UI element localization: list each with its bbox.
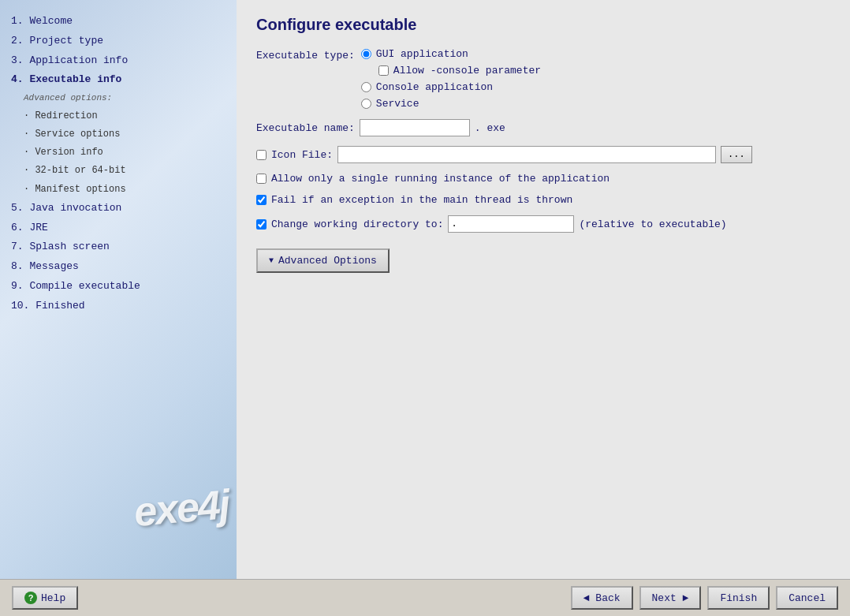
footer: ? Help ◄ Back Next ► Finish Cancel [0, 579, 850, 616]
sidebar-item-splash-screen[interactable]: 7. Splash screen [8, 237, 229, 257]
workdir-input[interactable] [448, 215, 574, 233]
back-button[interactable]: ◄ Back [571, 586, 633, 610]
sidebar-item-project-type[interactable]: 2. Project type [8, 32, 229, 51]
allow-console-row: Allow -console parameter [361, 65, 541, 77]
single-instance-label: Allow only a single running instance of … [271, 173, 610, 185]
console-radio-row: Console application [361, 81, 541, 93]
sidebar-advanced-header: Advanced options: [8, 90, 229, 107]
console-radio[interactable] [361, 82, 371, 92]
sidebar-item-app-info[interactable]: 3. Application info [8, 51, 229, 71]
sidebar-item-compile[interactable]: 9. Compile executable [8, 277, 229, 297]
radio-options: GUI application Allow -console parameter… [361, 48, 541, 110]
sidebar-item-finished[interactable]: 10. Finished [8, 297, 229, 316]
sidebar: 1. Welcome 2. Project type 3. Applicatio… [0, 0, 237, 579]
finish-button[interactable]: Finish [707, 586, 770, 610]
executable-name-label: Executable name: [256, 122, 355, 134]
next-label: Next ► [652, 592, 689, 604]
advanced-options-label: Advanced Options [278, 255, 377, 267]
form-section: Executable type: GUI application Allow -… [256, 48, 830, 273]
allow-console-checkbox[interactable] [378, 65, 389, 76]
gui-radio-row: GUI application [361, 48, 541, 60]
icon-file-checkbox[interactable] [256, 150, 267, 160]
brand-logo: exe4j [132, 480, 230, 536]
page-title: Configure executable [256, 16, 830, 34]
gui-radio-label: GUI application [376, 48, 468, 60]
sidebar-item-manifest[interactable]: · Manifest options [8, 181, 229, 199]
executable-type-section: Executable type: GUI application Allow -… [256, 48, 830, 110]
sidebar-item-java-invocation[interactable]: 5. Java invocation [8, 199, 229, 218]
triangle-icon: ▼ [269, 256, 274, 265]
icon-file-input[interactable] [337, 146, 716, 163]
sidebar-item-redirection[interactable]: · Redirection [8, 107, 229, 125]
exe-suffix: . exe [475, 122, 505, 134]
allow-console-label: Allow -console parameter [393, 65, 541, 77]
sidebar-item-welcome[interactable]: 1. Welcome [8, 12, 229, 32]
single-instance-row: Allow only a single running instance of … [256, 173, 830, 185]
icon-file-row: Icon File: ... [256, 146, 830, 163]
finish-label: Finish [720, 592, 757, 604]
icon-file-label: Icon File: [271, 149, 333, 161]
next-button[interactable]: Next ► [639, 586, 702, 610]
help-label: Help [41, 592, 65, 604]
back-label: ◄ Back [583, 592, 621, 604]
cancel-button[interactable]: Cancel [776, 586, 838, 610]
browse-button[interactable]: ... [721, 146, 752, 163]
service-radio[interactable] [361, 99, 371, 109]
executable-name-row: Executable name: . exe [256, 119, 830, 136]
change-workdir-checkbox[interactable] [256, 219, 267, 230]
service-radio-row: Service [361, 98, 541, 110]
help-icon: ? [24, 592, 37, 604]
single-instance-checkbox[interactable] [256, 174, 267, 184]
advanced-options-button[interactable]: ▼ Advanced Options [256, 248, 390, 273]
sidebar-item-messages[interactable]: 8. Messages [8, 257, 229, 277]
sidebar-item-service-options[interactable]: · Service options [8, 125, 229, 144]
help-button[interactable]: ? Help [12, 586, 78, 610]
service-radio-label: Service [376, 98, 419, 110]
gui-radio[interactable] [361, 49, 371, 59]
fail-exception-checkbox[interactable] [256, 195, 267, 205]
change-workdir-label: Change working directory to: [271, 218, 443, 230]
sidebar-item-exec-info[interactable]: 4. Executable info [8, 70, 229, 90]
console-radio-label: Console application [376, 81, 493, 93]
sidebar-item-32bit[interactable]: · 32-bit or 64-bit [8, 162, 229, 180]
content-area: Configure executable Executable type: GU… [237, 0, 850, 579]
executable-type-label: Executable type: [256, 48, 355, 62]
cancel-label: Cancel [788, 592, 826, 604]
fail-exception-row: Fail if an exception in the main thread … [256, 194, 830, 206]
sidebar-item-version-info[interactable]: · Version info [8, 144, 229, 162]
sidebar-item-jre[interactable]: 6. JRE [8, 218, 229, 238]
executable-name-input[interactable] [360, 119, 470, 136]
fail-exception-label: Fail if an exception in the main thread … [271, 194, 572, 206]
workdir-row: Change working directory to: (relative t… [256, 215, 830, 233]
workdir-note: (relative to executable) [579, 218, 726, 230]
